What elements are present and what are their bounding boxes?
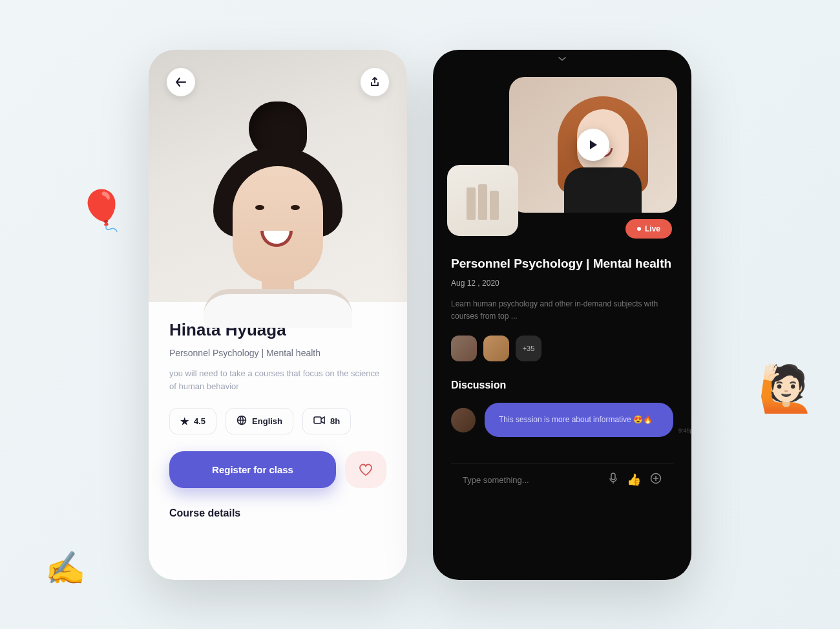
phone-notch <box>433 50 691 68</box>
more-participants-badge[interactable]: +35 <box>516 336 541 361</box>
svg-rect-1 <box>314 417 321 423</box>
rating-value: 4.5 <box>194 416 205 426</box>
microphone-icon[interactable] <box>609 473 618 487</box>
back-button[interactable] <box>167 68 195 96</box>
discussion-bubble: This session is more about informative 😍… <box>485 403 673 437</box>
svg-rect-2 <box>611 473 615 480</box>
participants-row: +35 <box>451 336 673 361</box>
live-session-screen: Live Personnel Psychology | Mental healt… <box>433 50 691 580</box>
register-button[interactable]: Register for class <box>169 451 336 488</box>
add-button[interactable] <box>650 473 662 487</box>
main-video-card[interactable] <box>509 77 677 213</box>
commenter-avatar[interactable] <box>451 408 476 432</box>
live-badge: Live <box>625 219 672 239</box>
message-input-bar: 👍 <box>451 463 673 496</box>
discussion-text: This session is more about informative 😍… <box>499 415 653 424</box>
share-icon <box>370 77 380 87</box>
writing-hand-decoration: ✍️ <box>45 549 85 587</box>
participant-avatar[interactable] <box>451 336 477 361</box>
instructor-portrait <box>204 108 352 302</box>
heart-icon <box>359 464 373 476</box>
share-button[interactable] <box>361 68 389 96</box>
thumbnail-content <box>467 181 499 220</box>
discussion-heading: Discussion <box>451 379 673 391</box>
globe-icon <box>236 415 247 427</box>
language-chip: English <box>226 408 293 434</box>
discussion-timestamp: 9:45pm <box>678 427 691 435</box>
stats-row: ★ 4.5 English 8h <box>169 408 386 434</box>
thumbs-up-button[interactable]: 👍 <box>627 473 641 487</box>
message-input[interactable] <box>463 475 600 485</box>
instructor-specialty: Personnel Psychology | Mental health <box>169 348 386 358</box>
chevron-down-icon <box>558 57 567 61</box>
duration-value: 8h <box>330 416 340 426</box>
balloon-decoration: 🎈 <box>78 187 126 233</box>
session-date: Aug 12 , 2020 <box>451 279 673 288</box>
star-icon: ★ <box>180 416 189 427</box>
live-label: Live <box>645 224 660 233</box>
video-icon <box>313 416 325 427</box>
rating-chip: ★ 4.5 <box>169 408 216 434</box>
secondary-video-thumbnail[interactable] <box>447 165 518 236</box>
course-description: you will need to take a courses that foc… <box>169 367 386 394</box>
live-dot-icon <box>637 227 641 231</box>
session-description: Learn human psychology and other in-dema… <box>451 298 673 323</box>
play-button[interactable] <box>577 129 609 161</box>
hero-photo <box>149 50 407 302</box>
session-title: Personnel Psychology | Mental health <box>451 255 673 273</box>
favorite-button[interactable] <box>345 451 386 488</box>
participant-avatar[interactable] <box>483 336 509 361</box>
waving-person-decoration: 🙋🏻 <box>758 362 814 415</box>
language-value: English <box>252 416 282 426</box>
instructor-profile-screen: Hinata Hyuaga Personnel Psychology | Men… <box>149 50 407 580</box>
course-details-heading: Course details <box>169 507 386 519</box>
play-icon <box>589 140 598 150</box>
discussion-message-row: This session is more about informative 😍… <box>451 403 673 437</box>
arrow-left-icon <box>176 78 186 87</box>
duration-chip: 8h <box>302 408 351 434</box>
